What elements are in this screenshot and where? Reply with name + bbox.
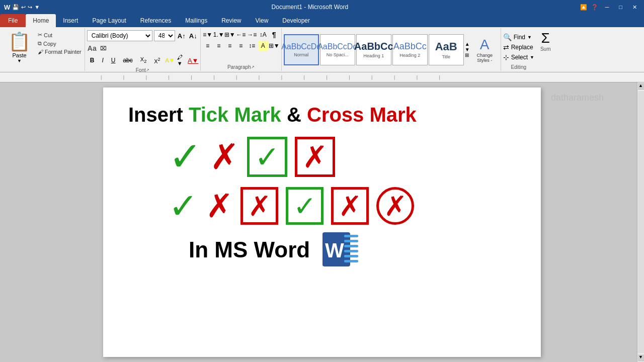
window-controls: 🔼 ❓ ─ □ ✕ [580,4,640,11]
paste-button[interactable]: 📋 Paste ▼ [4,29,35,70]
cut-icon: ✂ [38,32,42,38]
decrease-indent-btn[interactable]: ←≡ [236,30,246,40]
style-no-spacing[interactable]: AaBbCcDd No Spaci... [320,34,355,65]
replace-button[interactable]: ⇄ Replace [503,43,534,51]
tab-references[interactable]: References [133,14,178,27]
restore-btn[interactable]: □ [616,4,625,11]
cut-button[interactable]: ✂ Cut [37,31,83,39]
style-heading2-preview: AaBbCc [393,41,427,52]
watermark: datharamesh [551,93,604,103]
superscript-button[interactable]: X2 [151,56,163,65]
style-heading1[interactable]: AaBbCc Heading 1 [356,34,391,65]
styles-scroll-up[interactable]: ▲ [465,41,470,47]
text-highlight-btn[interactable]: A▼ [165,55,175,65]
select-button[interactable]: ⊹ Select ▼ [503,53,534,61]
line-spacing-btn[interactable]: ↕≡ [247,41,257,51]
font-size-select[interactable]: 48 [154,30,175,41]
clear-format-btn[interactable]: ⌧ [99,43,109,53]
boxed-cross-2: ✗ [240,187,278,225]
quick-access-more[interactable]: ▼ [34,4,40,10]
select-icon: ⊹ [503,53,509,61]
paste-dropdown[interactable]: ▼ [17,58,22,63]
tab-developer[interactable]: Developer [275,14,317,27]
bullets-btn[interactable]: ≡▼ [203,30,213,40]
help-btn[interactable]: ❓ [591,4,598,11]
quick-access-save[interactable]: 💾 [12,4,19,11]
decrease-font-btn[interactable]: A↓ [188,31,198,41]
close-btn[interactable]: ✕ [629,4,640,11]
title-ampersand: & [281,104,307,126]
find-dropdown-icon[interactable]: ▼ [527,35,532,40]
subscript-button[interactable]: X2 [137,55,149,65]
autosum-button[interactable]: Σ [541,30,550,46]
quick-access-undo[interactable]: ↩ [21,4,26,11]
increase-indent-btn[interactable]: →≡ [247,30,257,40]
style-heading1-preview: AaBbCc [354,41,393,52]
tab-page-layout[interactable]: Page Layout [85,14,133,27]
ribbon: 📋 Paste ▼ ✂ Cut ⧉ Copy 🖌 Format Painter … [0,27,644,72]
styles-expand[interactable]: ⊞ [465,52,470,58]
justify-btn[interactable]: ≡ [236,41,246,51]
select-dropdown-icon[interactable]: ▼ [530,55,534,60]
text-shading-btn[interactable]: 🖍▼ [177,55,187,65]
find-button[interactable]: 🔍 Find ▼ [503,33,534,41]
format-painter-button[interactable]: 🖌 Format Painter [37,48,83,55]
align-right-btn[interactable]: ≡ [225,41,235,51]
ruler-marks: | | | | | | | | | | | | | | | | [101,75,450,80]
align-center-btn[interactable]: ≡ [214,41,224,51]
change-case-btn[interactable]: Aa [87,43,97,53]
tab-mailings[interactable]: Mailings [178,14,214,27]
style-heading2[interactable]: AaBbCc Heading 2 [392,34,428,65]
footer-text: In MS Word [189,237,310,262]
para-group-label: Paragraph ↗ [203,63,279,70]
title-tick-mark: Tick Mark [189,104,281,126]
scroll-down-btn[interactable]: ▼ [638,354,644,361]
font-color-btn[interactable]: A▼ [188,55,198,65]
tab-view[interactable]: View [249,14,276,27]
borders-btn[interactable]: ⊞▼ [269,41,279,51]
vertical-scrollbar[interactable]: ▲ ▼ [637,82,644,362]
change-styles-button[interactable]: A Change Styles - [471,35,499,65]
scroll-up-btn[interactable]: ▲ [638,83,644,90]
style-heading2-label: Heading 2 [399,53,420,58]
para-row2: ≡ ≡ ≡ ≡ ↕≡ A ⊞▼ [203,40,279,51]
ribbon-collapse-btn[interactable]: 🔼 [580,4,587,11]
underline-button[interactable]: U [108,56,119,65]
shading-btn[interactable]: A [258,41,268,51]
copy-button[interactable]: ⧉ Copy [37,40,83,47]
tab-file[interactable]: File [0,14,26,27]
increase-font-btn[interactable]: A↑ [177,31,187,41]
font-expand-icon[interactable]: ↗ [146,68,149,72]
minimize-btn[interactable]: ─ [602,4,612,11]
symbols-row1: ✓ ✗ ✓ ✗ [169,137,516,177]
bold-button[interactable]: B [87,56,98,65]
symbols-row2: ✓ ✗ ✗ ✓ ✗ ✗ [169,187,516,225]
show-hide-btn[interactable]: ¶ [269,30,279,40]
format-painter-icon: 🖌 [38,49,43,55]
styles-scroll: ▲ ▼ ⊞ [465,41,470,58]
para-expand-icon[interactable]: ↗ [251,65,255,69]
window-title: Document1 - Microsoft Word [40,4,580,11]
ribbon-tabs: File Home Insert Page Layout References … [0,14,644,27]
cross-symbol-2: ✗ [206,190,233,222]
scroll-thumb[interactable] [638,91,644,353]
styles-scroll-down[interactable]: ▼ [465,47,470,52]
svg-rect-2 [344,235,358,237]
tab-review[interactable]: Review [214,14,248,27]
font-name-select[interactable]: Calibri (Body) [87,30,152,41]
tab-insert[interactable]: Insert [56,14,85,27]
align-left-btn[interactable]: ≡ [203,41,213,51]
find-icon: 🔍 [503,33,512,41]
strikethrough-button[interactable]: abc [120,56,135,65]
style-normal[interactable]: AaBbCcDd Normal [284,34,319,65]
sort-btn[interactable]: ↕A [258,30,268,40]
document-title: Insert Tick Mark & Cross Mark [128,103,516,127]
multilevel-btn[interactable]: ⊞▼ [225,30,235,40]
italic-button[interactable]: I [99,56,106,65]
quick-access-redo[interactable]: ↪ [28,4,32,11]
editing-group: 🔍 Find ▼ ⇄ Replace ⊹ Select ▼ Editing [501,28,536,71]
cross-symbol-1: ✗ [210,139,239,174]
style-title[interactable]: AaB Title [429,34,464,65]
tab-home[interactable]: Home [26,14,56,27]
numbering-btn[interactable]: 1.▼ [214,30,224,40]
